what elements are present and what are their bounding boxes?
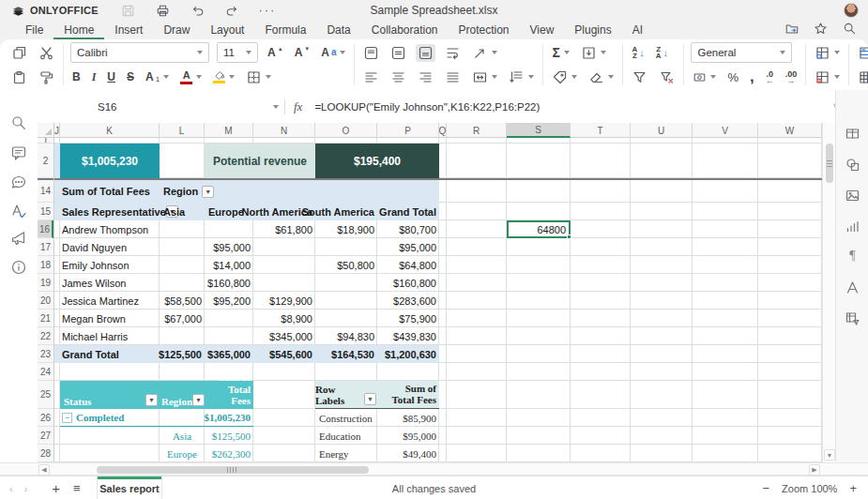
format-painter-button[interactable] bbox=[37, 68, 56, 86]
horizontal-scrollbar[interactable]: ◀ ▶ bbox=[0, 462, 868, 476]
comma-style-button[interactable]: , bbox=[748, 72, 756, 82]
column-header[interactable]: K bbox=[60, 123, 160, 138]
cell[interactable]: Andrew Thompson bbox=[54, 224, 160, 235]
row-header[interactable]: 17 bbox=[38, 238, 53, 256]
zoom-out-button[interactable]: − bbox=[763, 482, 770, 494]
column-header[interactable]: U bbox=[631, 123, 693, 138]
borders-button[interactable] bbox=[244, 68, 273, 86]
font-name-select[interactable]: Calibri bbox=[70, 42, 209, 63]
selected-cell-s16[interactable]: 64800 bbox=[507, 220, 571, 238]
cell-settings-button[interactable] bbox=[845, 126, 860, 142]
prev-sheet-button[interactable]: ‹ bbox=[9, 483, 13, 494]
collapse-group-button[interactable]: − bbox=[62, 413, 72, 423]
decrease-font-size-button[interactable]: A▼ bbox=[293, 46, 312, 59]
cell[interactable]: James Wilson bbox=[54, 278, 160, 289]
menu-tab[interactable]: Home bbox=[53, 21, 104, 39]
column-header[interactable]: Q bbox=[439, 123, 447, 138]
align-justify-button[interactable] bbox=[443, 68, 463, 86]
pivot-col-header[interactable]: Grand Total bbox=[377, 206, 439, 218]
cell[interactable]: Construction bbox=[315, 413, 377, 424]
font-size-select[interactable]: 11 bbox=[217, 42, 258, 63]
merge-cells-button[interactable] bbox=[470, 68, 499, 86]
conditional-formatting-button[interactable] bbox=[856, 44, 868, 62]
cell[interactable]: $58,500 bbox=[160, 295, 205, 307]
cell[interactable]: $67,000 bbox=[160, 313, 205, 325]
cell[interactable]: Europe bbox=[160, 448, 205, 460]
sidebar-chat-button[interactable] bbox=[10, 174, 27, 191]
region-filter-dropdown[interactable]: ▼ bbox=[202, 186, 214, 198]
pivot-row[interactable]: Energy $49,400 bbox=[315, 445, 439, 462]
cell[interactable]: $262,300 bbox=[205, 448, 253, 460]
row-header[interactable]: 14 bbox=[38, 180, 53, 203]
cell[interactable]: $164,530 bbox=[315, 349, 377, 360]
clear-button[interactable] bbox=[586, 68, 616, 86]
pivot-title-cell[interactable]: Sum of Total Fees bbox=[54, 186, 160, 197]
vertical-scrollbar-thumb[interactable] bbox=[826, 144, 833, 183]
number-format-select[interactable]: General bbox=[691, 42, 792, 63]
row-header[interactable]: 21 bbox=[38, 310, 53, 327]
cell[interactable]: $545,600 bbox=[253, 349, 315, 360]
align-left-button[interactable] bbox=[361, 68, 381, 86]
align-top-button[interactable] bbox=[361, 44, 381, 62]
menu-tab[interactable]: Data bbox=[316, 21, 360, 39]
pivot-row[interactable]: Michael Harris $345,000 $94,830 $439,830 bbox=[54, 327, 439, 345]
cell[interactable]: $75,900 bbox=[377, 313, 439, 325]
align-middle-button[interactable] bbox=[388, 44, 408, 62]
pivot-table-settings-button[interactable] bbox=[845, 310, 860, 326]
row-header[interactable]: 24 bbox=[38, 363, 53, 381]
favorites-button[interactable] bbox=[814, 22, 828, 38]
pivot-row[interactable]: Construction $85,900 bbox=[315, 409, 439, 427]
sidebar-search-button[interactable] bbox=[10, 114, 27, 131]
cell[interactable]: $283,600 bbox=[377, 295, 439, 307]
wrap-text-button[interactable] bbox=[443, 44, 463, 62]
status-group-row[interactable]: −Completed $1,005,230 bbox=[60, 409, 253, 427]
group-cell[interactable]: −Completed bbox=[60, 412, 160, 423]
print-button[interactable] bbox=[154, 2, 173, 19]
pivot-row[interactable]: James Wilson $160,800 $160,800 bbox=[54, 274, 439, 292]
menu-tab[interactable]: File bbox=[15, 21, 53, 39]
vertical-scrollbar[interactable]: ▼ bbox=[822, 123, 835, 462]
menu-tab[interactable]: Draw bbox=[153, 21, 200, 39]
named-ranges-button[interactable] bbox=[550, 68, 579, 86]
accounting-style-button[interactable] bbox=[691, 69, 718, 85]
filter-button[interactable] bbox=[630, 68, 649, 86]
cell[interactable]: Energy bbox=[315, 448, 377, 460]
column-header[interactable]: N bbox=[253, 123, 315, 138]
format-as-table-button[interactable] bbox=[856, 68, 868, 86]
sheet-list-button[interactable]: ≡ bbox=[73, 481, 81, 495]
image-settings-button[interactable] bbox=[845, 188, 860, 204]
row-header[interactable]: 26 bbox=[38, 409, 53, 427]
cell[interactable]: Education bbox=[315, 431, 377, 442]
copy-button[interactable] bbox=[9, 44, 29, 62]
column-header[interactable]: M bbox=[205, 123, 253, 138]
search-button[interactable] bbox=[843, 22, 857, 38]
text-orientation-button[interactable] bbox=[470, 44, 499, 62]
decrease-decimal-button[interactable]: .0← bbox=[764, 69, 776, 84]
fill-button[interactable] bbox=[579, 44, 608, 62]
column-header[interactable]: V bbox=[693, 123, 758, 138]
cell[interactable]: $95,000 bbox=[205, 242, 253, 253]
cell-reference-box[interactable]: S16 bbox=[92, 97, 284, 116]
menu-tab[interactable]: Protection bbox=[449, 21, 520, 39]
cell[interactable]: $14,000 bbox=[205, 260, 253, 271]
menu-tab[interactable]: AI bbox=[622, 21, 653, 39]
change-case-button[interactable]: Aa bbox=[319, 46, 347, 59]
region-filter-dropdown[interactable]: ▼ bbox=[192, 394, 205, 406]
row-header[interactable]: 19 bbox=[38, 274, 53, 292]
percent-style-button[interactable]: % bbox=[725, 70, 740, 84]
subscript-button[interactable]: A1 bbox=[144, 69, 171, 84]
column-header[interactable]: R bbox=[447, 123, 507, 138]
pivot-row[interactable]: Emily Johnson $14,000 $50,800 $64,800 bbox=[54, 256, 439, 274]
cell[interactable]: $64,800 bbox=[377, 260, 439, 271]
increase-font-size-button[interactable]: A▲ bbox=[266, 46, 285, 59]
status-header-cell[interactable]: Status▼ bbox=[60, 381, 160, 409]
row-header[interactable]: 25 bbox=[38, 381, 53, 409]
cell[interactable]: $365,000 bbox=[205, 349, 253, 360]
customize-quick-access-button[interactable]: ··· bbox=[258, 2, 277, 19]
sheet-tab-sales-report[interactable]: Sales report bbox=[97, 476, 162, 499]
pivot-region-field-cell[interactable]: Region▼ bbox=[160, 186, 214, 198]
pivot-row[interactable]: Europe $262,300 bbox=[60, 445, 253, 462]
font-color-button[interactable]: A bbox=[178, 69, 204, 85]
cell[interactable]: David Nguyen bbox=[54, 242, 160, 253]
cell[interactable]: $95,000 bbox=[377, 242, 439, 253]
